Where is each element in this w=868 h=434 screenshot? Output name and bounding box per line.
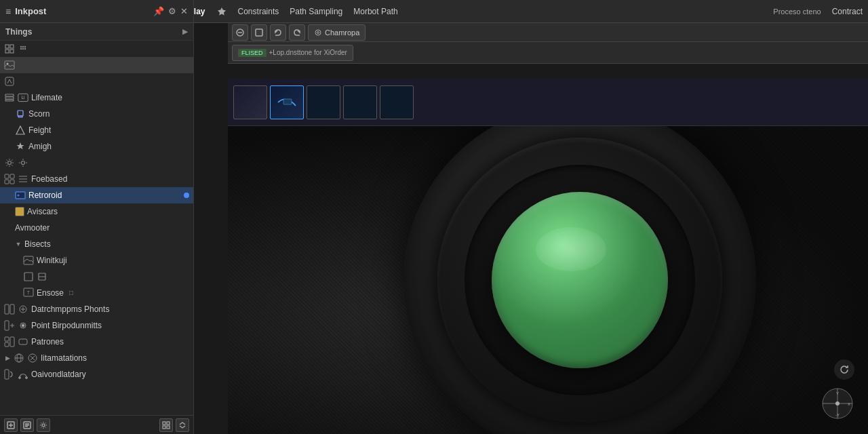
patrones-label: Patrones	[31, 337, 64, 347]
tree-row-foebased[interactable]: Foebased	[0, 171, 193, 187]
world2-icon	[27, 353, 38, 363]
svg-rect-31	[10, 180, 14, 184]
tree-row-patrones[interactable]: Patrones	[0, 334, 193, 350]
tab-undo-btn[interactable]	[270, 24, 286, 41]
section-things-label: Things	[5, 27, 32, 37]
tree-row-bisects[interactable]: ▼ Bisects	[0, 236, 193, 252]
bottom-expand-btn[interactable]	[176, 418, 189, 432]
mini-thumb-2[interactable]	[270, 85, 304, 119]
section-things[interactable]: Things ▶	[0, 23, 193, 41]
bottom-gear-btn[interactable]	[37, 418, 50, 432]
svg-rect-23	[18, 111, 23, 116]
tree-row-retroroid[interactable]: Retroroid	[0, 187, 193, 203]
svg-point-27	[22, 161, 25, 164]
svg-point-67	[315, 30, 321, 35]
tree-row-point[interactable]: Point Birpodunmitts	[0, 317, 193, 334]
tab-square-btn[interactable]	[251, 24, 267, 41]
aviscars-swatch	[15, 207, 24, 216]
mini-thumb-5[interactable]	[380, 85, 414, 119]
svg-marker-25	[16, 126, 24, 134]
tree-row-aviscars[interactable]: Aviscars	[0, 203, 193, 220]
tree-row-3[interactable]	[0, 73, 193, 90]
svg-point-68	[317, 31, 319, 33]
viewport-3d[interactable]: Y X -Y	[228, 126, 868, 434]
svg-text:Li: Li	[22, 95, 25, 100]
aviscars-label: Aviscars	[27, 207, 58, 216]
svg-rect-19	[5, 97, 14, 99]
light-icon	[15, 108, 26, 119]
mini-thumb-4[interactable]	[343, 85, 377, 119]
menu-path-sampling[interactable]: Path Sampling	[290, 7, 342, 16]
rotate-btn[interactable]	[834, 359, 854, 380]
svg-rect-54	[5, 370, 9, 379]
nav-widget[interactable]: Y X -Y	[821, 387, 854, 420]
svg-rect-49	[19, 339, 27, 344]
ensose-delete-btn[interactable]: □	[66, 288, 76, 298]
mini-thumb-3[interactable]	[307, 85, 340, 119]
bottom-list-btn[interactable]	[20, 418, 34, 432]
panel-options-btn[interactable]: ⚙	[168, 6, 176, 16]
tree-row-1[interactable]	[0, 41, 193, 57]
foebased-label: Foebased	[31, 174, 67, 184]
tree-row-winitkuji[interactable]: Winitkuji	[0, 252, 193, 269]
svg-rect-28	[5, 174, 9, 178]
viewport-strip[interactable]	[228, 79, 868, 126]
winitkuji-label: Winitkuji	[37, 256, 67, 265]
panel-pin-btn[interactable]: 📌	[153, 6, 164, 16]
tree-row-curve[interactable]: Oaivondlatdary	[0, 366, 193, 382]
gear-sm-icon	[4, 157, 15, 168]
svg-point-9	[20, 45, 22, 47]
svg-rect-6	[10, 45, 14, 48]
svg-point-45	[22, 324, 24, 327]
tab-minus-btn[interactable]	[232, 24, 248, 41]
viewport-label-btn[interactable]: Chamropa	[308, 24, 366, 41]
svg-rect-48	[5, 342, 9, 347]
panel-menu-icon: ≡	[5, 6, 11, 17]
status-text: +Lop.dnsttone for XiOrder	[269, 49, 347, 56]
svg-point-59	[42, 424, 45, 427]
tree-row-divider[interactable]	[0, 155, 193, 171]
menu-morbot[interactable]: Morbot Path	[353, 7, 397, 16]
point-label: Point Birpodunmitts	[31, 321, 102, 330]
menu-constraints[interactable]: Constraints	[238, 7, 279, 16]
shape4-icon	[37, 271, 47, 282]
speaker-outer-ring	[403, 126, 756, 434]
tree-row-feight[interactable]: Feight	[0, 122, 193, 138]
nav-widget-svg: Y X -Y	[821, 387, 854, 420]
shape2-icon	[15, 125, 26, 136]
dist-icon	[4, 304, 15, 315]
svg-text:-Y: -Y	[835, 413, 840, 417]
bottom-add-btn[interactable]	[4, 418, 18, 432]
svg-rect-66	[256, 29, 262, 36]
left-panel: ≡ Inkpost 📌 ⚙ ✕ Things ▶	[0, 0, 194, 434]
tab-redo-btn[interactable]	[289, 24, 305, 41]
btn2-icon	[18, 336, 28, 347]
layer-icon	[4, 92, 15, 103]
tree-panel[interactable]: Li Lifemate Scorn Feigh	[0, 41, 193, 415]
gear2-sm-icon	[18, 157, 28, 168]
bottom-view-btn[interactable]	[159, 418, 173, 432]
tree-row-scorn[interactable]: Scorn	[0, 106, 193, 122]
svg-rect-35	[24, 273, 33, 281]
svg-rect-47	[10, 337, 14, 347]
tree-row-shapes[interactable]	[0, 269, 193, 285]
speaker-inner-ring	[437, 138, 722, 422]
bisects-label: Bisects	[24, 239, 51, 249]
tree-row-lifemate[interactable]: Li Lifemate	[0, 90, 193, 106]
svg-point-56	[26, 376, 28, 378]
curve2-icon	[18, 369, 28, 380]
tree-row-2[interactable]	[0, 57, 193, 73]
svg-point-11	[24, 45, 26, 47]
menu-contract[interactable]: Contract	[832, 7, 863, 16]
svg-text:Y: Y	[836, 391, 839, 395]
panel-close-btn[interactable]: ✕	[180, 6, 188, 16]
tree-row-ensose[interactable]: T Ensose □	[0, 285, 193, 301]
svg-rect-8	[10, 50, 14, 53]
tree-row-amigh[interactable]: Amigh	[0, 138, 193, 155]
dist-label: Datrchmppms Phonts	[31, 304, 109, 314]
tree-row-dist[interactable]: Datrchmppms Phonts	[0, 301, 193, 317]
mini-thumb-1[interactable]	[233, 85, 267, 119]
tree-row-avmooter[interactable]: Avmooter	[0, 220, 193, 236]
speaker-mid-ring	[465, 165, 695, 395]
tree-row-world[interactable]: ▶ Iitamatations	[0, 350, 193, 366]
